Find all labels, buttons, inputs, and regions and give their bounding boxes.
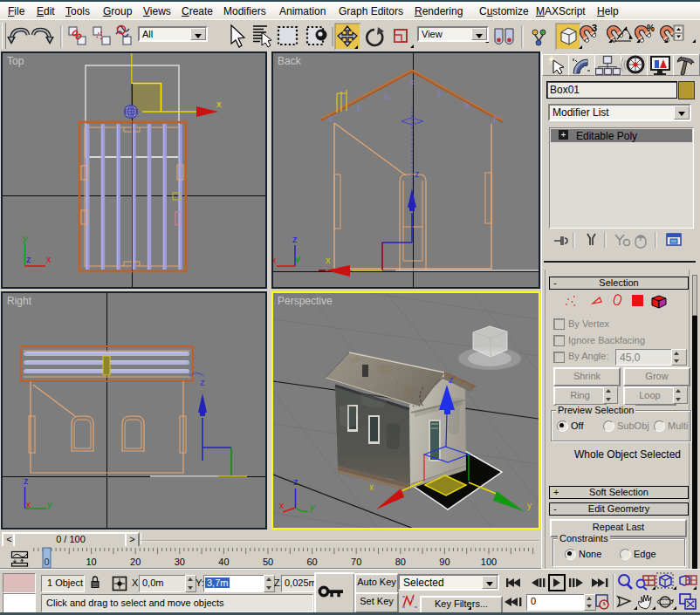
svg-text:x: x	[26, 500, 31, 509]
svg-text:z: z	[415, 168, 420, 179]
svg-text:z: z	[293, 476, 299, 487]
svg-text:30: 30	[175, 557, 185, 567]
svg-text:x: x	[216, 99, 222, 109]
svg-text:50: 50	[263, 557, 273, 567]
svg-text:80: 80	[395, 557, 406, 567]
svg-text:y: y	[22, 233, 29, 243]
svg-text:y: y	[309, 502, 316, 512]
svg-text:60: 60	[306, 557, 317, 567]
svg-text:20: 20	[130, 557, 141, 567]
svg-text:x: x	[279, 500, 285, 510]
svg-text:z: z	[449, 375, 453, 385]
svg-text:100: 100	[481, 557, 497, 567]
svg-text:0: 0	[44, 557, 49, 567]
svg-text:%: %	[647, 24, 655, 33]
svg-text:x: x	[273, 255, 277, 265]
svg-text:x: x	[46, 254, 51, 264]
svg-text:x: x	[369, 482, 374, 492]
svg-text:y: y	[46, 499, 53, 509]
svg-text:z: z	[200, 377, 205, 387]
svg-text:z: z	[24, 475, 29, 486]
svg-text:x: x	[326, 255, 331, 265]
svg-text:10: 10	[86, 557, 96, 567]
svg-text:y: y	[527, 501, 532, 510]
svg-text:70: 70	[351, 557, 361, 567]
svg-text:90: 90	[439, 557, 450, 567]
svg-text:z: z	[26, 254, 31, 264]
svg-text:3: 3	[592, 23, 597, 33]
svg-text:z: z	[292, 234, 298, 244]
svg-text:40: 40	[218, 557, 229, 567]
